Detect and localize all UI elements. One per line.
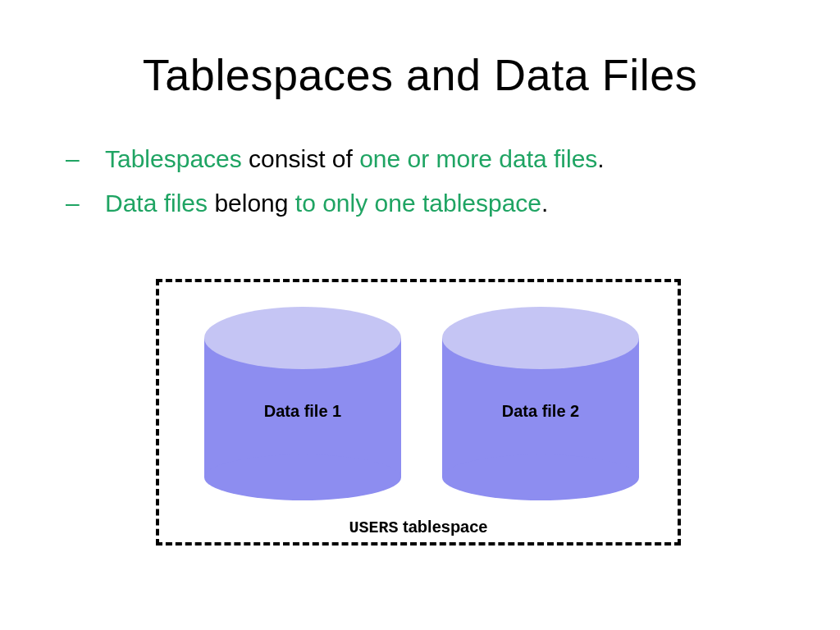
cylinder-body: Data file 1 bbox=[204, 338, 401, 477]
tablespace-word: tablespace bbox=[399, 518, 488, 536]
cylinder-data-file-2: Data file 2 bbox=[442, 307, 639, 477]
bullet-item-1: Tablespaces consist of one or more data … bbox=[66, 139, 791, 179]
slide: Tablespaces and Data Files Tablespaces c… bbox=[0, 0, 840, 630]
cylinder-label-1: Data file 1 bbox=[204, 402, 401, 421]
bullet-list: Tablespaces consist of one or more data … bbox=[49, 139, 791, 223]
cylinder-top bbox=[204, 307, 401, 369]
slide-title: Tablespaces and Data Files bbox=[49, 49, 791, 100]
bullet1-text-1: consist of bbox=[242, 145, 359, 172]
bullet2-highlight-2: to only one tablespace bbox=[295, 189, 541, 217]
cylinder-top bbox=[442, 307, 639, 369]
bullet1-text-2: . bbox=[597, 145, 604, 172]
cylinder-body: Data file 2 bbox=[442, 338, 639, 477]
tablespace-box: Data file 1 Data file 2 USERS tablespace bbox=[156, 279, 681, 546]
bullet2-highlight-1: Data files bbox=[105, 189, 208, 217]
cylinder-bottom bbox=[442, 454, 639, 500]
tablespace-label: USERS tablespace bbox=[159, 518, 678, 537]
cylinder-data-file-1: Data file 1 bbox=[204, 307, 401, 477]
tablespace-name: USERS bbox=[349, 518, 399, 537]
cylinder-label-2: Data file 2 bbox=[442, 402, 639, 421]
cylinder-bottom bbox=[204, 454, 401, 500]
bullet1-highlight-2: one or more data files bbox=[359, 145, 597, 172]
bullet-item-2: Data files belong to only one tablespace… bbox=[66, 184, 791, 223]
bullet2-text-2: . bbox=[541, 189, 548, 217]
bullet1-highlight-1: Tablespaces bbox=[105, 145, 242, 172]
bullet2-text-1: belong bbox=[208, 189, 295, 217]
